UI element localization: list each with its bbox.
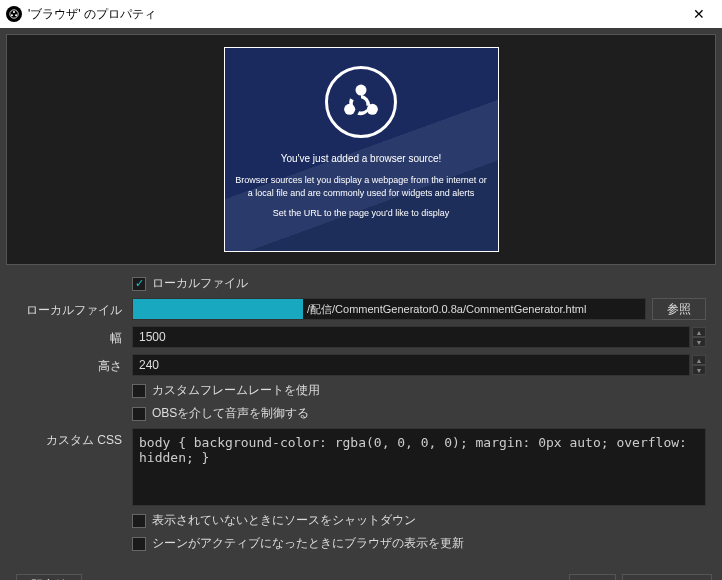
width-spinner[interactable]: ▲▼: [692, 327, 706, 347]
preview-text: You've just added a browser source! Brow…: [225, 152, 498, 220]
local-file-checkbox[interactable]: [132, 277, 146, 291]
preview-line3: Set the URL to the page you'd like to di…: [235, 207, 488, 220]
obs-audio-checkbox[interactable]: [132, 407, 146, 421]
custom-css-label: カスタム CSS: [6, 428, 132, 449]
form: ローカルファイル ローカルファイル /配信/CommentGenerator0.…: [6, 271, 716, 562]
height-label: 高さ: [6, 354, 132, 375]
window-title: 'ブラウザ' のプロパティ: [28, 6, 676, 23]
shutdown-label: 表示されていないときにソースをシャットダウン: [152, 512, 416, 529]
footer: 既定値 OK キャンセル: [0, 568, 722, 580]
refresh-label: シーンがアクティブになったときにブラウザの表示を更新: [152, 535, 464, 552]
svg-point-3: [15, 14, 17, 16]
defaults-button[interactable]: 既定値: [16, 574, 82, 580]
preview-line2: Browser sources let you display a webpag…: [235, 174, 488, 199]
local-file-check-label: ローカルファイル: [152, 275, 248, 292]
local-file-label: ローカルファイル: [6, 298, 132, 319]
svg-point-4: [356, 85, 367, 96]
cancel-button[interactable]: キャンセル: [622, 574, 712, 580]
height-spinner[interactable]: ▲▼: [692, 355, 706, 375]
custom-fps-checkbox[interactable]: [132, 384, 146, 398]
width-label: 幅: [6, 326, 132, 347]
svg-point-2: [11, 14, 13, 16]
width-input[interactable]: [132, 326, 690, 348]
ok-button[interactable]: OK: [569, 574, 616, 580]
close-button[interactable]: ✕: [676, 0, 722, 28]
obs-icon: [6, 6, 22, 22]
titlebar: 'ブラウザ' のプロパティ ✕: [0, 0, 722, 28]
local-file-input[interactable]: /配信/CommentGenerator0.0.8a/CommentGenera…: [132, 298, 646, 320]
obs-logo-icon: [325, 66, 397, 138]
svg-point-1: [13, 11, 15, 13]
preview-frame: You've just added a browser source! Brow…: [6, 34, 716, 265]
height-input[interactable]: [132, 354, 690, 376]
browse-button[interactable]: 参照: [652, 298, 706, 320]
content: You've just added a browser source! Brow…: [0, 28, 722, 568]
custom-fps-label: カスタムフレームレートを使用: [152, 382, 320, 399]
path-highlight: [133, 299, 303, 319]
refresh-checkbox[interactable]: [132, 537, 146, 551]
custom-css-textarea[interactable]: [132, 428, 706, 506]
browser-preview: You've just added a browser source! Brow…: [224, 47, 499, 252]
obs-audio-label: OBSを介して音声を制御する: [152, 405, 309, 422]
preview-line1: You've just added a browser source!: [235, 152, 488, 166]
shutdown-checkbox[interactable]: [132, 514, 146, 528]
local-file-value: /配信/CommentGenerator0.0.8a/CommentGenera…: [303, 302, 590, 317]
